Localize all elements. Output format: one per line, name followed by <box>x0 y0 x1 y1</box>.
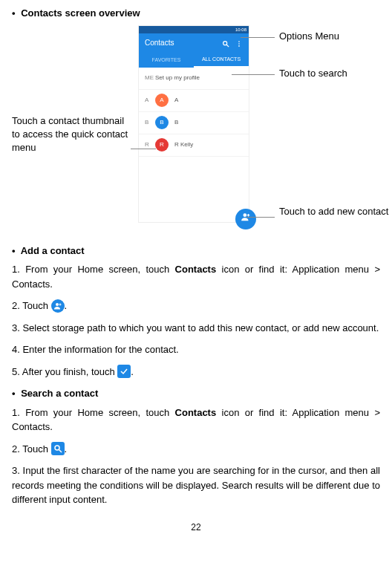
phone-title: Contacts <box>145 37 174 48</box>
search-heading-text: Search a contact <box>21 388 98 399</box>
text: 2. Touch <box>12 300 51 311</box>
leader-line <box>246 217 275 218</box>
add-heading: • Add a contact <box>12 244 380 258</box>
add-step1: 1. From your Home screen, touch Contacts… <box>12 262 380 291</box>
phone-mock: 10:08 Contacts FAVORITES ALL CONTACTS ME… <box>138 25 249 223</box>
callout-options: Options Menu <box>279 30 339 43</box>
avatar-a[interactable]: A <box>155 94 169 107</box>
svg-point-0 <box>223 41 227 45</box>
text: 5. After you finish, touch <box>12 366 117 377</box>
page-number: 22 <box>12 521 380 534</box>
svg-point-6 <box>56 303 59 306</box>
row-label-r: R Kelly <box>174 140 193 149</box>
callout-search: Touch to search <box>279 67 347 80</box>
search-step1: 1. From your Home screen, touch Contacts… <box>12 406 380 434</box>
add-step2: 2. Touch . <box>12 299 380 313</box>
svg-point-3 <box>238 43 240 45</box>
callout-add: Touch to add new contact <box>279 205 392 218</box>
add-step4: 4. Enter the information for the contact… <box>12 342 380 357</box>
row-label-a: A <box>174 96 178 105</box>
search-step2: 2. Touch . <box>12 442 380 457</box>
avatar-b[interactable]: B <box>155 116 169 129</box>
add-heading-text: Add a contact <box>21 245 85 256</box>
add-step5: 5. After you finish, touch . <box>12 365 380 380</box>
bullet: • <box>12 388 16 399</box>
text: 1. From your Home screen, touch <box>12 407 175 418</box>
leader-line <box>241 37 275 38</box>
search-heading: • Search a contact <box>12 386 380 401</box>
row-label-me: Set up my profile <box>155 74 200 82</box>
text: 2. Touch <box>12 443 51 455</box>
text: . <box>131 366 134 377</box>
overview-heading-text: Contacts screen overview <box>21 7 140 19</box>
add-step3: 3. Select storage path to which you want… <box>12 321 380 336</box>
check-icon <box>117 365 131 378</box>
svg-line-1 <box>226 45 229 47</box>
text: . <box>65 443 68 455</box>
row-letter-b: B <box>145 118 155 127</box>
row-letter-me: ME <box>145 74 155 82</box>
bullet: • <box>12 7 16 19</box>
contacts-word: Contacts <box>175 264 217 275</box>
person-add-icon <box>51 299 65 313</box>
text: 1. From your Home screen, touch <box>12 264 175 275</box>
phone-tabs: FAVORITES ALL CONTACTS <box>139 53 249 68</box>
svg-point-2 <box>238 41 240 42</box>
tab-favorites[interactable]: FAVORITES <box>139 53 194 68</box>
search-step3: 3. Input the first character of the name… <box>12 463 380 507</box>
kebab-menu-icon[interactable] <box>235 39 243 47</box>
phone-appbar: Contacts <box>139 33 249 53</box>
svg-point-7 <box>55 446 59 450</box>
contact-row-a[interactable]: A A A <box>139 90 249 112</box>
row-letter-a: A <box>145 96 155 105</box>
contact-row-b[interactable]: B B B <box>139 112 249 134</box>
profile-row[interactable]: ME Set up my profile <box>139 68 249 90</box>
bullet: • <box>12 245 16 256</box>
person-add-icon <box>241 212 251 226</box>
overview-diagram: 10:08 Contacts FAVORITES ALL CONTACTS ME… <box>12 25 380 241</box>
leader-line <box>232 74 275 75</box>
contact-row-r[interactable]: R R R Kelly <box>139 134 249 157</box>
callout-thumbnail: Touch a contact thumbnail to access the … <box>12 114 131 155</box>
svg-point-4 <box>238 45 240 47</box>
svg-line-8 <box>59 450 62 453</box>
text: . <box>65 300 68 311</box>
search-icon[interactable] <box>222 39 229 47</box>
avatar-r[interactable]: R <box>155 138 169 152</box>
add-contact-fab[interactable] <box>235 209 256 229</box>
row-label-b: B <box>174 118 178 127</box>
search-icon <box>51 442 65 455</box>
overview-heading: • Contacts screen overview <box>12 6 380 21</box>
contacts-word: Contacts <box>175 407 217 418</box>
tab-allcontacts[interactable]: ALL CONTACTS <box>194 53 249 68</box>
phone-statusbar: 10:08 <box>139 26 249 33</box>
leader-line <box>131 149 156 149</box>
